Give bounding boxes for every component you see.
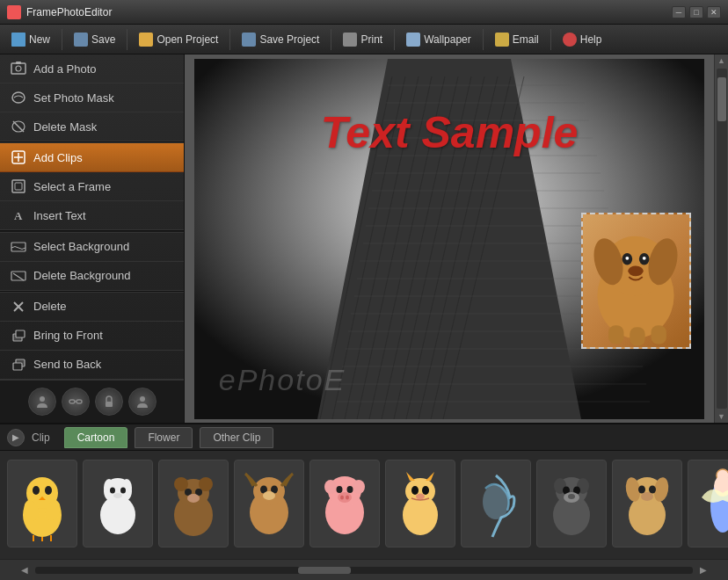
add-photo-icon: [11, 61, 26, 76]
tab-cartoon[interactable]: Cartoon: [64, 427, 128, 448]
svg-rect-22: [69, 400, 75, 403]
svg-point-107: [340, 495, 344, 499]
clip-item-bull[interactable]: [234, 460, 304, 547]
sidebar-item-add-photo[interactable]: Add a Photo: [0, 54, 184, 83]
bottom-scrollbar[interactable]: ◀ ▶: [0, 559, 728, 580]
select-background-icon: [11, 239, 26, 255]
svg-point-94: [187, 494, 200, 503]
maximize-button[interactable]: □: [689, 6, 703, 18]
set-photo-mask-icon: [11, 90, 26, 105]
svg-marker-111: [406, 472, 415, 481]
send-to-back-label: Send to Back: [33, 358, 101, 371]
svg-rect-18: [16, 330, 25, 337]
save-project-icon: [242, 33, 256, 47]
close-button[interactable]: ✕: [707, 6, 721, 18]
svg-point-26: [140, 396, 145, 402]
canvas-dog-clip[interactable]: [581, 213, 691, 349]
clip-item-spirit[interactable]: [461, 460, 531, 547]
svg-rect-23: [76, 400, 82, 403]
canvas-watermark: ePhotoE: [219, 363, 346, 397]
add-clips-label: Add Clips: [33, 151, 83, 164]
svg-point-74: [45, 486, 52, 495]
print-icon: [343, 33, 357, 47]
play-button[interactable]: ▶: [7, 429, 25, 446]
window-controls: ─ □ ✕: [672, 6, 721, 18]
sidebar-item-add-clips[interactable]: Add Clips: [0, 143, 184, 172]
clip-item-cat[interactable]: [385, 460, 455, 547]
save-icon: [74, 33, 88, 47]
sidebar-item-send-to-back[interactable]: Send to Back: [0, 351, 184, 380]
svg-point-104: [336, 486, 342, 493]
toolbar-sep-5: [394, 29, 395, 50]
clip-item-schnauzer[interactable]: [536, 460, 607, 547]
delete-background-label: Delete Background: [33, 269, 131, 282]
sidebar-item-set-photo-mask[interactable]: Set Photo Mask: [0, 83, 184, 112]
svg-point-129: [638, 485, 645, 493]
svg-rect-13: [11, 272, 25, 280]
vscroll-down-btn[interactable]: ▼: [717, 412, 725, 421]
clip-item-bear[interactable]: [158, 460, 229, 547]
sidebar-item-select-frame[interactable]: Select a Frame: [0, 172, 184, 201]
sidebar-item-insert-text[interactable]: A Insert Text: [0, 201, 184, 230]
insert-text-label: Insert Text: [33, 209, 86, 222]
tab-other-clip[interactable]: Other Clip: [200, 427, 273, 448]
sidebar-item-delete-background[interactable]: Delete Background: [0, 262, 184, 291]
vertical-scrollbar[interactable]: ▲ ▼: [714, 54, 728, 423]
lock-icon-btn[interactable]: [95, 388, 123, 416]
bottom-hscroll-right-btn[interactable]: ▶: [696, 565, 710, 575]
svg-rect-20: [13, 363, 22, 370]
new-button[interactable]: New: [4, 28, 58, 51]
canvas-area: Text Sample: [185, 54, 714, 423]
svg-point-86: [120, 487, 126, 493]
new-icon: [11, 33, 25, 47]
sidebar-item-bring-to-front[interactable]: Bring to Front: [0, 322, 184, 351]
vscroll-up-btn[interactable]: ▲: [717, 56, 725, 65]
svg-point-113: [411, 486, 419, 495]
sidebar-bottom: [0, 380, 184, 423]
delete-background-icon: [11, 268, 26, 284]
svg-point-87: [113, 493, 122, 498]
svg-rect-70: [651, 325, 666, 344]
print-button[interactable]: Print: [335, 28, 390, 51]
save-project-button[interactable]: Save Project: [234, 28, 327, 51]
minimize-button[interactable]: ─: [672, 6, 686, 18]
svg-point-124: [568, 494, 575, 499]
svg-rect-69: [630, 327, 644, 345]
app-title: FramePhotoEditor: [26, 6, 672, 18]
bottom-hscroll-thumb[interactable]: [298, 567, 351, 574]
save-button[interactable]: Save: [66, 28, 123, 51]
bottom-hscroll-left-btn[interactable]: ◀: [18, 565, 32, 575]
delete-mask-label: Delete Mask: [33, 120, 97, 134]
sidebar-item-delete-mask[interactable]: Delete Mask: [0, 112, 184, 141]
clip-item-chick[interactable]: [7, 460, 77, 547]
person-icon-btn-1[interactable]: [28, 388, 56, 416]
vscroll-thumb[interactable]: [717, 77, 726, 121]
help-button[interactable]: Help: [555, 28, 610, 51]
insert-text-icon: A: [11, 207, 26, 223]
clip-item-pig[interactable]: [309, 460, 380, 547]
delete-icon: [11, 299, 26, 315]
svg-point-85: [110, 487, 115, 493]
email-button[interactable]: Email: [487, 28, 547, 51]
chain-icon-btn[interactable]: [62, 388, 90, 416]
person-icon-btn-2[interactable]: [128, 388, 157, 416]
clip-item-spaniel[interactable]: [612, 460, 682, 547]
svg-point-66: [643, 257, 646, 260]
clip-item-poodle[interactable]: [83, 460, 153, 547]
svg-point-130: [649, 485, 656, 493]
clip-item-angel[interactable]: [688, 460, 728, 547]
canvas-text-sample: Text Sample: [321, 107, 579, 158]
svg-point-67: [628, 266, 643, 277]
svg-point-108: [346, 495, 349, 499]
wallpaper-button[interactable]: Wallpaper: [398, 28, 479, 51]
sidebar-item-select-background[interactable]: Select Background: [0, 233, 184, 262]
sidebar-item-delete[interactable]: Delete: [0, 293, 184, 322]
open-project-button[interactable]: Open Project: [131, 28, 226, 51]
tab-flower[interactable]: Flower: [135, 427, 193, 448]
send-to-back-icon: [11, 357, 26, 373]
email-icon: [495, 33, 509, 47]
clip-label: Clip: [32, 431, 50, 444]
svg-point-105: [346, 486, 353, 493]
clip-strip: [0, 451, 728, 556]
svg-rect-68: [608, 325, 623, 344]
